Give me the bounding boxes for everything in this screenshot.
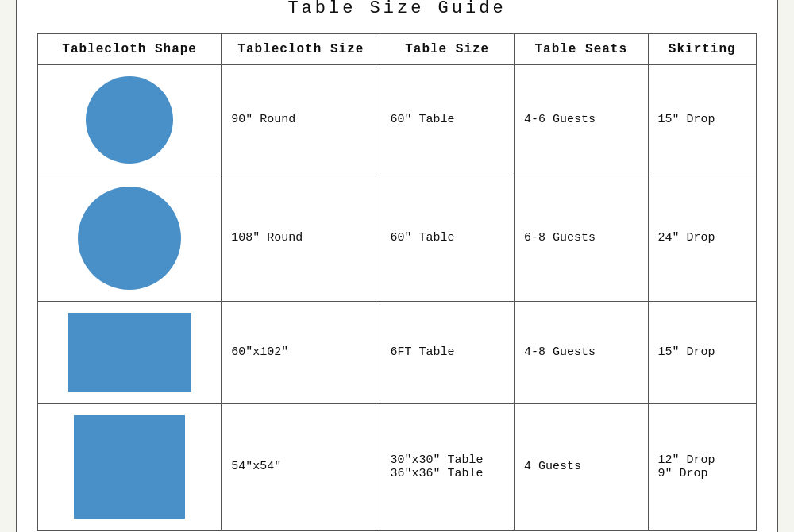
size-guide-table: Tablecloth Shape Tablecloth Size Table S… — [37, 33, 757, 531]
cloth-size-cell: 90″ Round — [222, 64, 380, 175]
shape-cell — [37, 64, 222, 175]
skirting-cell: 15″ Drop — [648, 301, 757, 403]
seats-cell: 4-8 Guests — [514, 301, 648, 403]
header-seats: Table Seats — [514, 33, 648, 65]
table-row: 108″ Round60″ Table6-8 Guests24″ Drop — [37, 175, 757, 301]
circle-shape-large — [78, 187, 181, 290]
header-cloth-size: Tablecloth Size — [222, 33, 380, 65]
page-container: Table Size Guide Tablecloth Shape Tablec… — [16, 0, 778, 532]
page-title: Table Size Guide — [37, 0, 757, 18]
shape-cell — [37, 301, 222, 403]
table-row: 90″ Round60″ Table4-6 Guests15″ Drop — [37, 64, 757, 175]
cloth-size-cell: 54″x54″ — [222, 403, 380, 530]
cloth-size-cell: 60″x102″ — [222, 301, 380, 403]
skirting-cell: 15″ Drop — [648, 64, 757, 175]
table-size-cell: 60″ Table — [380, 175, 515, 301]
table-row: 60″x102″6FT Table4-8 Guests15″ Drop — [37, 301, 757, 403]
table-row: 54″x54″30″x30″ Table36″x36″ Table4 Guest… — [37, 403, 757, 530]
table-header-row: Tablecloth Shape Tablecloth Size Table S… — [37, 33, 757, 65]
rect-shape-square — [74, 415, 185, 519]
header-skirting: Skirting — [648, 33, 757, 65]
table-size-cell: 60″ Table — [380, 64, 515, 175]
skirting-cell: 24″ Drop — [648, 175, 757, 301]
header-table-size: Table Size — [380, 33, 515, 65]
seats-cell: 4 Guests — [514, 403, 648, 530]
seats-cell: 4-6 Guests — [514, 64, 648, 175]
skirting-cell: 12″ Drop9″ Drop — [648, 403, 757, 530]
rect-shape-wide — [68, 313, 191, 392]
cloth-size-cell: 108″ Round — [222, 175, 380, 301]
circle-shape-small — [86, 76, 173, 164]
header-shape: Tablecloth Shape — [37, 33, 222, 65]
table-size-cell: 6FT Table — [380, 301, 515, 403]
shape-cell — [37, 403, 222, 530]
shape-cell — [37, 175, 222, 301]
seats-cell: 6-8 Guests — [514, 175, 648, 301]
table-size-cell: 30″x30″ Table36″x36″ Table — [380, 403, 515, 530]
